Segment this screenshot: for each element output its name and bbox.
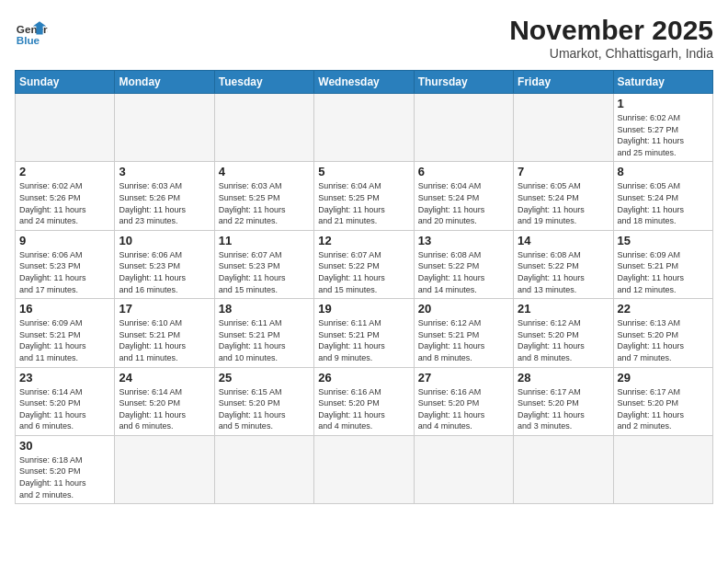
week-row-5: 23Sunrise: 6:14 AM Sunset: 5:20 PM Dayli… bbox=[16, 367, 713, 435]
calendar-cell: 3Sunrise: 6:03 AM Sunset: 5:26 PM Daylig… bbox=[115, 162, 214, 230]
calendar-cell bbox=[414, 435, 513, 503]
calendar-cell: 16Sunrise: 6:09 AM Sunset: 5:21 PM Dayli… bbox=[16, 299, 115, 367]
calendar-cell: 30Sunrise: 6:18 AM Sunset: 5:20 PM Dayli… bbox=[16, 435, 115, 503]
day-number: 4 bbox=[219, 165, 310, 178]
calendar-cell: 26Sunrise: 6:16 AM Sunset: 5:20 PM Dayli… bbox=[314, 367, 414, 435]
day-number: 28 bbox=[518, 371, 609, 385]
week-row-6: 30Sunrise: 6:18 AM Sunset: 5:20 PM Dayli… bbox=[16, 435, 713, 503]
day-info: Sunrise: 6:16 AM Sunset: 5:20 PM Dayligh… bbox=[318, 386, 409, 432]
day-info: Sunrise: 6:15 AM Sunset: 5:20 PM Dayligh… bbox=[219, 386, 310, 432]
calendar-cell: 4Sunrise: 6:03 AM Sunset: 5:25 PM Daylig… bbox=[214, 162, 313, 230]
day-info: Sunrise: 6:03 AM Sunset: 5:26 PM Dayligh… bbox=[119, 180, 210, 226]
weekday-header-row: SundayMondayTuesdayWednesdayThursdayFrid… bbox=[16, 71, 713, 94]
day-number: 20 bbox=[418, 302, 509, 316]
calendar-cell bbox=[613, 435, 712, 503]
weekday-header-sunday: Sunday bbox=[16, 71, 115, 94]
logo: General Blue bbox=[15, 15, 48, 48]
calendar-table: SundayMondayTuesdayWednesdayThursdayFrid… bbox=[15, 70, 713, 504]
day-number: 21 bbox=[518, 302, 609, 316]
day-info: Sunrise: 6:11 AM Sunset: 5:21 PM Dayligh… bbox=[318, 317, 409, 363]
day-number: 22 bbox=[618, 302, 709, 316]
day-number: 5 bbox=[318, 165, 409, 178]
calendar-cell bbox=[16, 94, 115, 162]
day-info: Sunrise: 6:09 AM Sunset: 5:21 PM Dayligh… bbox=[618, 249, 709, 295]
calendar-cell bbox=[115, 94, 214, 162]
calendar-cell: 12Sunrise: 6:07 AM Sunset: 5:22 PM Dayli… bbox=[314, 230, 414, 298]
calendar-cell: 21Sunrise: 6:12 AM Sunset: 5:20 PM Dayli… bbox=[514, 299, 613, 367]
day-number: 19 bbox=[318, 302, 409, 316]
calendar-cell bbox=[514, 435, 613, 503]
day-info: Sunrise: 6:03 AM Sunset: 5:25 PM Dayligh… bbox=[219, 180, 310, 226]
day-info: Sunrise: 6:08 AM Sunset: 5:22 PM Dayligh… bbox=[418, 249, 509, 295]
day-number: 18 bbox=[219, 302, 310, 316]
day-number: 3 bbox=[119, 165, 210, 178]
day-info: Sunrise: 6:08 AM Sunset: 5:22 PM Dayligh… bbox=[518, 249, 609, 295]
calendar-cell: 22Sunrise: 6:13 AM Sunset: 5:20 PM Dayli… bbox=[613, 299, 712, 367]
page-header: General Blue November 2025 Umarkot, Chha… bbox=[15, 15, 713, 61]
calendar-cell bbox=[214, 94, 313, 162]
calendar-cell bbox=[214, 435, 313, 503]
weekday-header-monday: Monday bbox=[115, 71, 214, 94]
day-number: 27 bbox=[418, 371, 509, 385]
week-row-4: 16Sunrise: 6:09 AM Sunset: 5:21 PM Dayli… bbox=[16, 299, 713, 367]
calendar-cell: 9Sunrise: 6:06 AM Sunset: 5:23 PM Daylig… bbox=[16, 230, 115, 298]
day-number: 25 bbox=[219, 371, 310, 385]
calendar-cell bbox=[314, 94, 414, 162]
day-info: Sunrise: 6:12 AM Sunset: 5:21 PM Dayligh… bbox=[418, 317, 509, 363]
day-info: Sunrise: 6:06 AM Sunset: 5:23 PM Dayligh… bbox=[119, 249, 210, 295]
day-number: 17 bbox=[119, 302, 210, 316]
day-info: Sunrise: 6:17 AM Sunset: 5:20 PM Dayligh… bbox=[518, 386, 609, 432]
calendar-cell: 8Sunrise: 6:05 AM Sunset: 5:24 PM Daylig… bbox=[613, 162, 712, 230]
calendar-cell: 28Sunrise: 6:17 AM Sunset: 5:20 PM Dayli… bbox=[514, 367, 613, 435]
week-row-1: 1Sunrise: 6:02 AM Sunset: 5:27 PM Daylig… bbox=[16, 94, 713, 162]
day-number: 1 bbox=[618, 97, 709, 110]
month-year-title: November 2025 bbox=[509, 15, 713, 46]
calendar-cell: 1Sunrise: 6:02 AM Sunset: 5:27 PM Daylig… bbox=[613, 94, 712, 162]
calendar-cell: 25Sunrise: 6:15 AM Sunset: 5:20 PM Dayli… bbox=[214, 367, 313, 435]
calendar-cell: 14Sunrise: 6:08 AM Sunset: 5:22 PM Dayli… bbox=[514, 230, 613, 298]
calendar-cell: 2Sunrise: 6:02 AM Sunset: 5:26 PM Daylig… bbox=[16, 162, 115, 230]
day-info: Sunrise: 6:16 AM Sunset: 5:20 PM Dayligh… bbox=[418, 386, 509, 432]
title-block: November 2025 Umarkot, Chhattisgarh, Ind… bbox=[509, 15, 713, 61]
day-info: Sunrise: 6:02 AM Sunset: 5:27 PM Dayligh… bbox=[618, 112, 709, 158]
day-number: 11 bbox=[219, 234, 310, 247]
svg-text:Blue: Blue bbox=[17, 34, 40, 46]
logo-icon: General Blue bbox=[15, 15, 48, 48]
calendar-cell: 18Sunrise: 6:11 AM Sunset: 5:21 PM Dayli… bbox=[214, 299, 313, 367]
day-info: Sunrise: 6:13 AM Sunset: 5:20 PM Dayligh… bbox=[618, 317, 709, 363]
weekday-header-friday: Friday bbox=[514, 71, 613, 94]
day-number: 13 bbox=[418, 234, 509, 247]
day-info: Sunrise: 6:04 AM Sunset: 5:25 PM Dayligh… bbox=[318, 180, 409, 226]
calendar-cell bbox=[115, 435, 214, 503]
calendar-cell: 23Sunrise: 6:14 AM Sunset: 5:20 PM Dayli… bbox=[16, 367, 115, 435]
day-number: 2 bbox=[19, 165, 110, 178]
calendar-cell: 7Sunrise: 6:05 AM Sunset: 5:24 PM Daylig… bbox=[514, 162, 613, 230]
day-info: Sunrise: 6:05 AM Sunset: 5:24 PM Dayligh… bbox=[618, 180, 709, 226]
day-number: 9 bbox=[19, 234, 110, 247]
calendar-cell: 13Sunrise: 6:08 AM Sunset: 5:22 PM Dayli… bbox=[414, 230, 513, 298]
day-info: Sunrise: 6:11 AM Sunset: 5:21 PM Dayligh… bbox=[219, 317, 310, 363]
calendar-cell: 20Sunrise: 6:12 AM Sunset: 5:21 PM Dayli… bbox=[414, 299, 513, 367]
weekday-header-wednesday: Wednesday bbox=[314, 71, 414, 94]
day-info: Sunrise: 6:17 AM Sunset: 5:20 PM Dayligh… bbox=[618, 386, 709, 432]
calendar-cell: 11Sunrise: 6:07 AM Sunset: 5:23 PM Dayli… bbox=[214, 230, 313, 298]
day-number: 15 bbox=[618, 234, 709, 247]
calendar-cell: 15Sunrise: 6:09 AM Sunset: 5:21 PM Dayli… bbox=[613, 230, 712, 298]
calendar-cell: 19Sunrise: 6:11 AM Sunset: 5:21 PM Dayli… bbox=[314, 299, 414, 367]
calendar-cell: 6Sunrise: 6:04 AM Sunset: 5:24 PM Daylig… bbox=[414, 162, 513, 230]
day-number: 29 bbox=[618, 371, 709, 385]
calendar-cell bbox=[414, 94, 513, 162]
day-number: 23 bbox=[19, 371, 110, 385]
calendar-cell: 27Sunrise: 6:16 AM Sunset: 5:20 PM Dayli… bbox=[414, 367, 513, 435]
weekday-header-thursday: Thursday bbox=[414, 71, 513, 94]
day-info: Sunrise: 6:02 AM Sunset: 5:26 PM Dayligh… bbox=[19, 180, 110, 226]
calendar-cell bbox=[514, 94, 613, 162]
calendar-cell: 10Sunrise: 6:06 AM Sunset: 5:23 PM Dayli… bbox=[115, 230, 214, 298]
day-number: 30 bbox=[19, 439, 110, 453]
calendar-cell: 17Sunrise: 6:10 AM Sunset: 5:21 PM Dayli… bbox=[115, 299, 214, 367]
day-number: 7 bbox=[518, 165, 609, 178]
location-subtitle: Umarkot, Chhattisgarh, India bbox=[509, 46, 713, 61]
day-info: Sunrise: 6:18 AM Sunset: 5:20 PM Dayligh… bbox=[19, 454, 110, 500]
day-info: Sunrise: 6:09 AM Sunset: 5:21 PM Dayligh… bbox=[19, 317, 110, 363]
day-number: 26 bbox=[318, 371, 409, 385]
